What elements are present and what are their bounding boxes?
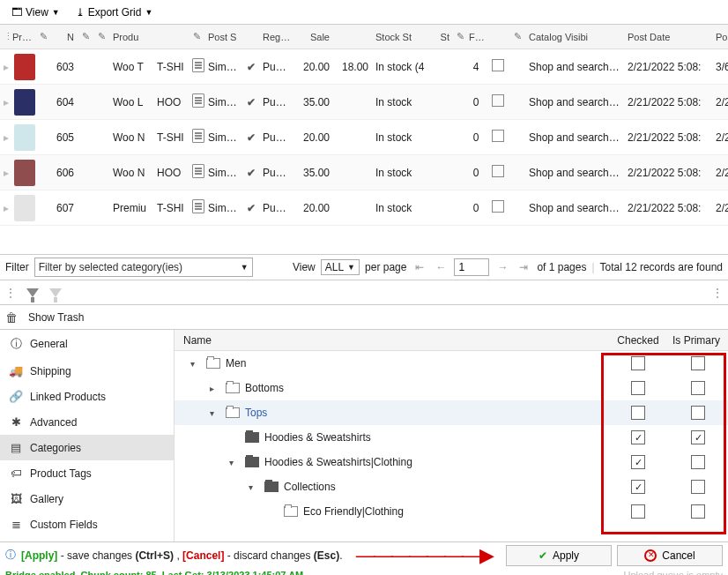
tree-row[interactable]: ▾Men xyxy=(175,351,728,376)
tree-row[interactable]: Eco Friendly|Clothing xyxy=(175,499,728,524)
categories-panel: Name Checked Is Primary ▾Men▸Bottoms▾Top… xyxy=(175,330,728,541)
table-row[interactable]: ▸607PremiuT-SHISimple✔Publis20.00In stoc… xyxy=(0,190,728,226)
cell-id: 607 xyxy=(51,202,78,214)
row-checkbox[interactable] xyxy=(492,94,504,107)
cell-stockstatus: In stock xyxy=(372,96,428,108)
sidebar-item-gallery[interactable]: 🖼Gallery xyxy=(0,486,174,512)
col-st[interactable]: St xyxy=(428,32,453,42)
row-handle[interactable]: ▸ xyxy=(0,167,9,179)
col-post-modified[interactable]: Post Modified xyxy=(712,32,728,42)
grid-body[interactable]: ▸603Woo TT-SHISimple✔Publis20.0018.00In … xyxy=(0,49,728,254)
tree-col-name[interactable]: Name xyxy=(175,334,608,347)
cell-stockstatus: In stock (4 xyxy=(372,61,428,73)
checked-checkbox[interactable] xyxy=(631,504,645,519)
checked-checkbox[interactable] xyxy=(631,480,645,494)
col-stock-status[interactable]: Stock St xyxy=(372,32,428,42)
pencil-icon: ✎ xyxy=(514,31,522,41)
col-sale[interactable]: Sale xyxy=(294,32,333,42)
col-id[interactable]: N xyxy=(51,32,78,42)
chevron-icon[interactable]: ▾ xyxy=(229,458,240,467)
row-handle[interactable]: ▸ xyxy=(0,61,9,73)
cancel-button[interactable]: Cancel xyxy=(617,545,723,566)
tree-col-primary[interactable]: Is Primary xyxy=(668,334,728,347)
table-row[interactable]: ▸603Woo TT-SHISimple✔Publis20.0018.00In … xyxy=(0,49,728,85)
tree-row[interactable]: ▾Collections xyxy=(175,474,728,499)
primary-checkbox[interactable] xyxy=(691,455,705,469)
chevron-icon[interactable]: ▾ xyxy=(249,482,259,492)
table-row[interactable]: ▸604Woo LHOOSimple✔Publis35.00In stock0S… xyxy=(0,85,728,120)
sidebar-item-shipping[interactable]: 🚚Shipping xyxy=(0,358,174,384)
sidebar-item-general[interactable]: ⓘGeneral xyxy=(0,330,174,358)
folder-icon xyxy=(206,358,220,369)
row-handle[interactable]: ▸ xyxy=(0,202,9,214)
apply-help-keyword: [Apply] xyxy=(21,549,57,562)
row-checkbox[interactable] xyxy=(492,200,504,213)
col-featured[interactable]: Featu xyxy=(465,32,487,42)
cell-id: 605 xyxy=(51,131,78,144)
primary-checkbox[interactable] xyxy=(691,430,705,444)
primary-checkbox[interactable] xyxy=(691,480,705,494)
col-regular[interactable]: Regula xyxy=(259,32,294,42)
col-name[interactable]: Produ xyxy=(109,32,153,42)
page-number-input[interactable] xyxy=(454,258,489,276)
sidebar-item-custom-fields[interactable]: ≣Custom Fields xyxy=(0,512,174,537)
pencil-icon: ✎ xyxy=(82,31,90,41)
col-catalog-visibility[interactable]: Catalog Visibi xyxy=(525,32,624,42)
chevron-down-icon: ▼ xyxy=(52,8,60,17)
chevron-icon[interactable]: ▾ xyxy=(190,359,201,369)
export-grid-button[interactable]: ⤓ Export Grid ▼ xyxy=(70,4,160,21)
clear-filter-icon[interactable] xyxy=(49,288,62,297)
table-row[interactable]: ▸605Woo NT-SHISimple✔Publis20.00In stock… xyxy=(0,120,728,155)
apply-shortcut: (Ctrl+S) xyxy=(135,549,174,562)
prev-page-button[interactable]: ← xyxy=(433,259,449,275)
col-post-date[interactable]: Post Date xyxy=(624,32,712,42)
category-tree[interactable]: ▾Men▸Bottoms▾TopsHoodies & Sweatshirts▾H… xyxy=(175,351,728,541)
primary-checkbox[interactable] xyxy=(691,356,705,370)
check-icon: ✔ xyxy=(247,131,256,144)
sidebar-item-advanced[interactable]: ✱Advanced xyxy=(0,409,174,435)
checked-checkbox[interactable] xyxy=(631,356,645,370)
cell-regprice: 35.00 xyxy=(294,96,333,108)
perpage-select[interactable]: ALL ▼ xyxy=(321,259,360,275)
col-preview[interactable]: Prev xyxy=(9,32,35,42)
row-checkbox[interactable] xyxy=(492,165,504,177)
chevron-icon[interactable]: ▾ xyxy=(210,408,220,418)
tree-row[interactable]: ▾Tops xyxy=(175,400,728,425)
apply-button[interactable]: ✔ Apply xyxy=(506,545,612,566)
primary-checkbox[interactable] xyxy=(691,406,705,420)
tree-row[interactable]: Hoodies & Sweatshirts xyxy=(175,425,728,450)
checked-checkbox[interactable] xyxy=(631,381,645,395)
checked-checkbox[interactable] xyxy=(631,430,645,444)
sidebar-item-categories[interactable]: ▤Categories xyxy=(0,435,174,460)
sidebar-item-product-tags[interactable]: 🏷Product Tags xyxy=(0,460,174,486)
cell-postdate: 2/21/2022 5:08: xyxy=(624,167,712,179)
filter-icon[interactable] xyxy=(26,288,39,297)
next-page-button[interactable]: → xyxy=(494,259,510,275)
tree-col-checked[interactable]: Checked xyxy=(608,334,668,347)
chevron-icon[interactable]: ▸ xyxy=(210,384,220,393)
primary-checkbox[interactable] xyxy=(691,504,705,519)
cell-visibility: Shop and search re xyxy=(525,202,624,214)
row-handle[interactable]: ▸ xyxy=(0,96,9,108)
row-checkbox[interactable] xyxy=(492,59,504,71)
last-page-button[interactable]: ⇥ xyxy=(516,259,531,275)
cell-sku: T-SHI xyxy=(153,131,189,144)
row-handle[interactable]: ▸ xyxy=(0,131,9,144)
checked-checkbox[interactable] xyxy=(631,406,645,420)
trash-icon[interactable]: 🗑 xyxy=(5,310,18,325)
sidebar-item-linked-products[interactable]: 🔗Linked Products xyxy=(0,384,174,409)
cell-postdate: 2/21/2022 5:08: xyxy=(624,61,712,73)
row-checkbox[interactable] xyxy=(492,130,504,142)
col-post-status[interactable]: Post S xyxy=(204,32,243,42)
tree-row[interactable]: ▾Hoodies & Sweatshirts|Clothing xyxy=(175,450,728,474)
table-row[interactable]: ▸606Woo NHOOSimple✔Publis35.00In stock0S… xyxy=(0,155,728,190)
tree-row[interactable]: ▸Bottoms xyxy=(175,376,728,400)
checked-checkbox[interactable] xyxy=(631,455,645,469)
first-page-button[interactable]: ⇤ xyxy=(412,259,427,275)
filter-category-select[interactable]: Filter by selected category(ies) ▼ xyxy=(34,258,253,277)
tree-header: Name Checked Is Primary xyxy=(175,330,728,351)
show-trash-label[interactable]: Show Trash xyxy=(28,311,84,324)
primary-checkbox[interactable] xyxy=(691,381,705,395)
check-icon: ✔ xyxy=(247,61,256,73)
view-menu-button[interactable]: 🗔 View ▼ xyxy=(5,4,66,21)
